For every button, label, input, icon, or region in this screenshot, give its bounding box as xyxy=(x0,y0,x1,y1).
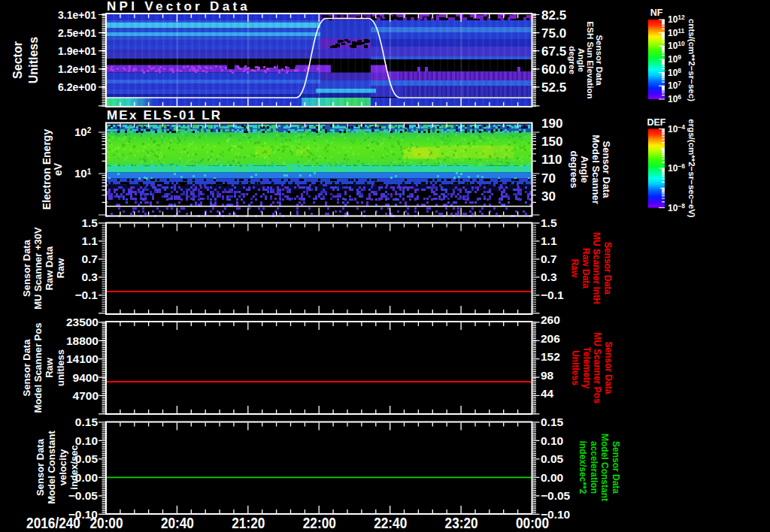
svg-text:2016/240: 2016/240 xyxy=(26,515,80,532)
svg-text:Model Constant: Model Constant xyxy=(46,431,57,504)
svg-text:−0.05: −0.05 xyxy=(68,489,99,502)
svg-text:18800: 18800 xyxy=(66,334,99,347)
svg-text:ergs/(cm**2−sr−sec−eV): ergs/(cm**2−sr−sec−eV) xyxy=(687,119,696,218)
svg-text:190: 190 xyxy=(541,116,562,131)
svg-text:Sensor Data: Sensor Data xyxy=(595,35,604,86)
svg-text:1.5: 1.5 xyxy=(541,216,557,229)
svg-text:velocity: velocity xyxy=(57,449,68,485)
svg-text:Raw Data: Raw Data xyxy=(581,248,591,289)
svg-text:152: 152 xyxy=(541,350,560,363)
svg-text:Angle: Angle xyxy=(577,48,586,72)
svg-text:−0.1: −0.1 xyxy=(74,289,98,301)
svg-text:Unitless: Unitless xyxy=(27,37,40,83)
svg-text:Angle: Angle xyxy=(579,156,590,183)
svg-text:0.3: 0.3 xyxy=(541,271,557,283)
svg-text:2.5e+01: 2.5e+01 xyxy=(58,27,96,39)
svg-text:NF: NF xyxy=(650,8,663,18)
svg-text:260: 260 xyxy=(541,313,560,326)
svg-text:MU Scanner Pos: MU Scanner Pos xyxy=(592,332,602,404)
svg-text:22:40: 22:40 xyxy=(374,515,407,532)
svg-text:MEx ELS-01 LR: MEx ELS-01 LR xyxy=(107,108,222,122)
svg-text:20:00: 20:00 xyxy=(89,515,123,532)
svg-text:0.05: 0.05 xyxy=(541,452,564,465)
svg-text:1.1: 1.1 xyxy=(81,234,98,247)
svg-text:MU Scanner IntH: MU Scanner IntH xyxy=(591,232,602,304)
svg-text:1.9e+01: 1.9e+01 xyxy=(58,45,96,57)
svg-text:Raw: Raw xyxy=(55,258,66,279)
svg-text:23:20: 23:20 xyxy=(445,515,478,532)
svg-text:Sensor Data: Sensor Data xyxy=(21,339,32,397)
svg-text:DEF: DEF xyxy=(647,117,666,128)
svg-text:0.7: 0.7 xyxy=(541,252,557,265)
svg-text:Electron Energy: Electron Energy xyxy=(41,129,53,210)
svg-text:206: 206 xyxy=(541,332,560,345)
svg-text:Model Scanner Pos: Model Scanner Pos xyxy=(32,323,44,413)
svg-text:44: 44 xyxy=(541,387,554,400)
svg-text:index/sec: index/sec xyxy=(68,445,80,489)
svg-text:9400: 9400 xyxy=(73,371,99,384)
svg-text:Raw: Raw xyxy=(44,357,55,378)
svg-text:14100: 14100 xyxy=(66,352,99,365)
svg-text:Sensor Data: Sensor Data xyxy=(601,141,612,199)
svg-text:52.5: 52.5 xyxy=(541,80,566,95)
svg-text:degree: degree xyxy=(568,46,577,74)
svg-text:Raw: Raw xyxy=(569,259,580,278)
svg-text:20:40: 20:40 xyxy=(161,515,194,532)
svg-text:degrees: degrees xyxy=(568,151,580,189)
svg-text:22:00: 22:00 xyxy=(303,515,336,532)
svg-text:1.1: 1.1 xyxy=(541,234,557,247)
svg-text:acceleration: acceleration xyxy=(589,441,599,494)
svg-text:Raw Data: Raw Data xyxy=(44,246,55,290)
svg-text:−0.1: −0.1 xyxy=(541,289,564,301)
svg-text:eV: eV xyxy=(52,162,64,176)
svg-text:Sensor Data: Sensor Data xyxy=(602,242,613,295)
svg-text:0.3: 0.3 xyxy=(81,271,98,283)
svg-text:0.15: 0.15 xyxy=(541,416,564,428)
svg-text:21:20: 21:20 xyxy=(232,515,265,532)
svg-text:3.1e+01: 3.1e+01 xyxy=(58,9,96,21)
svg-text:Sensor Data: Sensor Data xyxy=(35,438,46,496)
svg-text:0.00: 0.00 xyxy=(541,471,563,484)
svg-text:unitless: unitless xyxy=(55,349,66,386)
svg-text:0.10: 0.10 xyxy=(75,434,98,447)
svg-text:6.2e+00: 6.2e+00 xyxy=(58,81,96,93)
svg-text:Telemetry: Telemetry xyxy=(581,347,592,389)
svg-text:70: 70 xyxy=(541,171,556,186)
svg-text:150: 150 xyxy=(541,135,562,149)
svg-text:ESH Sun Elevation: ESH Sun Elevation xyxy=(586,22,595,99)
svg-text:98: 98 xyxy=(541,369,554,382)
svg-text:Unitless: Unitless xyxy=(570,350,581,385)
svg-text:1.2e+01: 1.2e+01 xyxy=(58,63,96,75)
svg-text:60.0: 60.0 xyxy=(541,62,566,77)
svg-text:Sector: Sector xyxy=(11,41,24,79)
svg-text:Sensor Data: Sensor Data xyxy=(21,239,32,297)
svg-text:MU Scanner +30V: MU Scanner +30V xyxy=(32,227,44,310)
svg-text:0.7: 0.7 xyxy=(81,252,98,265)
svg-text:1.5: 1.5 xyxy=(81,216,98,229)
svg-text:index/sec**2: index/sec**2 xyxy=(578,441,588,494)
svg-text:75.0: 75.0 xyxy=(541,26,566,41)
svg-text:Sensor Data: Sensor Data xyxy=(603,341,614,394)
svg-text:cnts/(cm**2−sr−sec): cnts/(cm**2−sr−sec) xyxy=(687,19,696,101)
svg-text:23500: 23500 xyxy=(66,316,99,328)
svg-text:NPI Vector Data: NPI Vector Data xyxy=(107,0,250,14)
svg-text:0.15: 0.15 xyxy=(75,416,99,428)
svg-text:110: 110 xyxy=(541,153,562,167)
svg-text:0.10: 0.10 xyxy=(541,434,563,447)
svg-text:4700: 4700 xyxy=(73,389,99,402)
svg-text:Model Scanner: Model Scanner xyxy=(590,135,602,204)
svg-text:Model Constant: Model Constant xyxy=(599,434,610,501)
svg-text:00:00: 00:00 xyxy=(516,515,549,532)
svg-text:Sensor Data: Sensor Data xyxy=(611,441,621,494)
svg-text:30: 30 xyxy=(541,189,556,204)
svg-text:−0.05: −0.05 xyxy=(541,489,571,502)
svg-text:82.5: 82.5 xyxy=(541,8,566,23)
svg-text:67.5: 67.5 xyxy=(541,44,566,59)
